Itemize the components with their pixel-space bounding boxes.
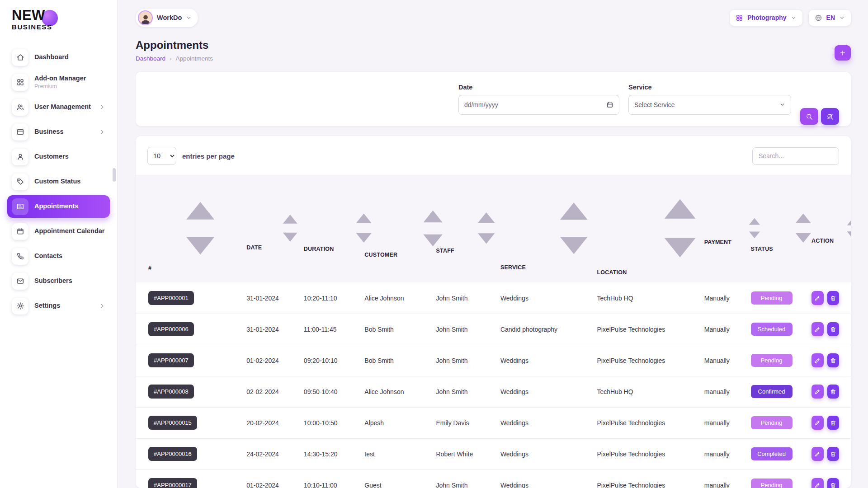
delete-button[interactable] [827,447,839,461]
status-badge: Confirmed [751,385,793,398]
edit-button[interactable] [811,385,823,399]
status-badge: Pending [751,416,793,429]
delete-button[interactable] [827,478,839,488]
apply-filter-button[interactable] [800,108,818,125]
grid-icon [736,14,743,22]
avatar [138,10,153,25]
cell-service: Weddings [497,438,594,469]
delete-button[interactable] [827,353,839,367]
home-icon [12,49,28,66]
cell-customer: Alice Johnson [361,282,432,314]
edit-button[interactable] [811,478,823,488]
cell-payment: manually [701,469,747,488]
breadcrumb-current: Appointments [176,55,213,62]
column-header-[interactable]: # [136,175,243,282]
calendar-icon[interactable] [606,101,613,108]
chevron-down-icon [839,15,845,21]
sidebar-item-custom-status[interactable]: Custom Status [7,170,110,193]
cell-customer: test [361,438,432,469]
users-icon [12,99,28,116]
sidebar-item-user-management[interactable]: User Management [7,96,110,118]
gear-icon [12,298,28,314]
sort-icon[interactable] [158,186,242,270]
row-actions [811,416,847,430]
cell-customer: Alice Johnson [361,376,432,407]
category-dropdown[interactable]: Photography [730,10,802,26]
breadcrumb-dashboard-link[interactable]: Dashboard [136,55,165,62]
edit-button[interactable] [811,353,823,367]
cell-staff: John Smith [433,469,497,488]
sidebar-item-appointments[interactable]: Appointments [7,195,110,218]
cell-date: 24-02-2024 [243,438,300,469]
pencil-icon [814,420,821,426]
column-header-customer[interactable]: CUSTOMER [361,175,432,282]
sidebar-item-contacts[interactable]: Contacts [7,245,110,267]
appointment-id-badge: #APP0000017 [148,478,197,488]
sidebar-item-subscribers[interactable]: Subscribers [7,270,110,292]
edit-button[interactable] [811,447,823,461]
cell-date: 31-01-2024 [243,314,300,345]
cell-duration: 09:20-10:10 [300,345,361,376]
sort-icon[interactable] [837,214,851,243]
sidebar-item-settings[interactable]: Settings [7,295,110,317]
table-row: #APP000007 01-02-2024 09:20-10:10 Bob Sm… [136,345,851,376]
table-search-input[interactable] [752,147,839,165]
chevron-right-icon [99,129,105,135]
sidebar-scrollbar[interactable] [113,168,116,182]
column-header-date[interactable]: DATE [243,175,300,282]
add-appointment-button[interactable] [835,45,851,61]
row-actions [811,353,847,367]
user-icon [12,149,28,165]
row-actions [811,291,847,305]
language-dropdown[interactable]: EN [809,10,851,26]
service-select[interactable]: Select Service [628,95,791,115]
appointment-id-badge: #APP000001 [148,291,194,305]
cell-staff: John Smith [433,314,497,345]
delete-button[interactable] [827,291,839,305]
cell-location: TechHub HQ [593,282,700,314]
row-actions [811,322,847,336]
filter-card: Date Service Select Service [136,72,851,126]
cell-payment: Manually [701,314,747,345]
reset-filter-button[interactable] [821,108,839,125]
column-header-action[interactable]: ACTION [808,175,851,282]
edit-button[interactable] [811,322,823,336]
chevron-down-icon [791,15,797,21]
delete-button[interactable] [827,385,839,399]
trash-icon [830,451,836,457]
table-row: #APP000001 31-01-2024 10:20-11:10 Alice … [136,282,851,314]
sidebar: NEW BUSINESS Dashboard Add-on Manager Pr… [0,0,118,488]
pencil-icon [814,451,821,457]
entries-per-page-select[interactable]: 10 [147,147,176,165]
delete-button[interactable] [827,322,839,336]
edit-button[interactable] [811,291,823,305]
grid-icon [12,74,28,91]
cell-duration: 11:00-11:45 [300,314,361,345]
trash-icon [830,482,836,488]
sidebar-item-dashboard[interactable]: Dashboard [7,46,110,69]
sidebar-item-appointment-calendar[interactable]: Appointment Calendar [7,220,110,243]
workspace-switcher[interactable]: WorkDo [136,9,198,27]
cell-service: Candid photography [497,314,594,345]
pencil-icon [814,389,821,395]
edit-button[interactable] [811,416,823,430]
sidebar-item-customers[interactable]: Customers [7,145,110,168]
table-header-row: #DATEDURATIONCUSTOMERSTAFFSERVICELOCATIO… [136,175,851,282]
chevron-down-icon [186,15,192,21]
table-body: #APP000001 31-01-2024 10:20-11:10 Alice … [136,282,851,488]
column-header-duration[interactable]: DURATION [300,175,361,282]
sidebar-item-add-on-manager[interactable]: Add-on Manager Premium [7,71,110,94]
column-header-status[interactable]: STATUS [747,175,808,282]
cell-date: 20-02-2024 [243,407,300,438]
mail-icon [12,273,28,290]
delete-button[interactable] [827,416,839,430]
column-header-staff[interactable]: STAFF [433,175,497,282]
trash-icon [830,420,836,426]
status-badge: Pending [751,479,793,488]
cell-service: Weddings [497,376,594,407]
sidebar-item-business[interactable]: Business [7,121,110,143]
column-header-location[interactable]: LOCATION [593,175,700,282]
column-header-service[interactable]: SERVICE [497,175,594,282]
table-row: #APP0000015 20-02-2024 10:00-10:50 Alpes… [136,407,851,438]
date-input[interactable] [464,101,577,108]
